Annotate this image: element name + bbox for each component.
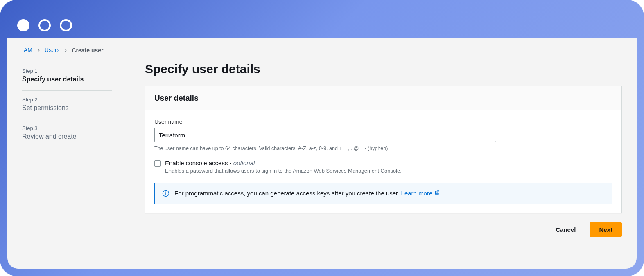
wizard-steps: Step 1 Specify user details Step 2 Set p…	[22, 62, 112, 237]
window-dot-close[interactable]	[17, 19, 29, 31]
optional-tag: optional	[233, 159, 255, 166]
step-title: Set permissions	[22, 104, 112, 112]
page-content: IAM Users Create user Step 1 Specify use…	[7, 38, 637, 269]
user-details-panel: User details User name The user name can…	[145, 86, 622, 213]
breadcrumb-iam[interactable]: IAM	[22, 47, 32, 54]
panel-title: User details	[154, 94, 612, 103]
chevron-right-icon	[63, 47, 68, 54]
step-title: Review and create	[22, 133, 112, 140]
window-dot-minimize[interactable]	[38, 19, 51, 31]
step-number: Step 2	[22, 96, 112, 103]
learn-more-link[interactable]: Learn more	[401, 190, 440, 197]
username-hint: The user name can have up to 64 characte…	[154, 146, 612, 151]
panel-body: User name The user name can have up to 6…	[145, 110, 621, 213]
chevron-right-icon	[36, 47, 41, 54]
info-alert: For programmatic access, you can generat…	[154, 183, 612, 204]
console-access-label: Enable console access - optional	[165, 159, 402, 166]
svg-rect-2	[165, 193, 166, 195]
username-input[interactable]	[154, 128, 496, 142]
wizard-step-1[interactable]: Step 1 Specify user details	[22, 62, 112, 91]
console-access-label-text: Enable console access -	[165, 159, 233, 166]
svg-point-1	[165, 192, 166, 193]
alert-message: For programmatic access, you can generat…	[174, 190, 401, 197]
console-access-description: Enables a password that allows users to …	[165, 168, 402, 174]
browser-frame: IAM Users Create user Step 1 Specify use…	[0, 0, 644, 276]
step-title: Specify user details	[22, 76, 112, 83]
window-controls	[0, 0, 644, 38]
console-access-checkbox[interactable]	[154, 160, 161, 167]
info-icon	[162, 190, 169, 197]
cancel-button[interactable]: Cancel	[549, 223, 582, 236]
alert-text: For programmatic access, you can generat…	[174, 190, 440, 197]
next-button[interactable]: Next	[590, 222, 622, 237]
wizard-step-2[interactable]: Step 2 Set permissions	[22, 91, 112, 119]
window-dot-maximize[interactable]	[60, 19, 72, 31]
breadcrumb-users[interactable]: Users	[45, 47, 60, 54]
main-area: Specify user details User details User n…	[145, 62, 622, 237]
learn-more-text: Learn more	[401, 190, 433, 197]
panel-header: User details	[145, 86, 621, 110]
external-link-icon	[434, 190, 440, 197]
breadcrumb: IAM Users Create user	[22, 47, 622, 54]
step-number: Step 3	[22, 125, 112, 131]
step-number: Step 1	[22, 68, 112, 74]
console-access-row: Enable console access - optional Enables…	[154, 159, 612, 174]
username-label: User name	[154, 119, 612, 125]
wizard-step-3[interactable]: Step 3 Review and create	[22, 119, 112, 148]
breadcrumb-current: Create user	[72, 47, 103, 54]
footer-actions: Cancel Next	[145, 222, 622, 237]
page-title: Specify user details	[145, 62, 622, 76]
